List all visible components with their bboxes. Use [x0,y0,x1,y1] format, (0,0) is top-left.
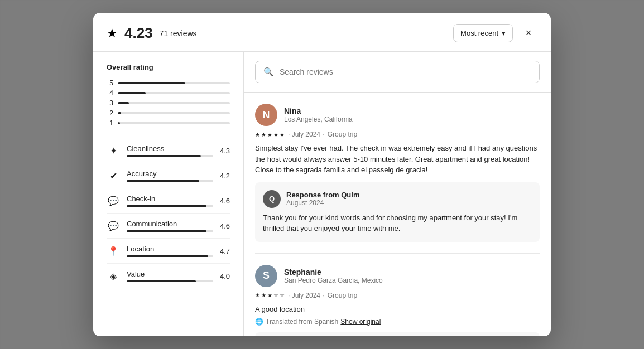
category-item-accuracy: ✔ Accuracy 4.2 [107,163,230,188]
search-icon: 🔍 [263,67,274,77]
category-item-location: 📍 Location 4.7 [107,239,230,264]
modal-body: Overall rating 5 4 3 2 1 [93,52,551,336]
category-info: Accuracy [127,169,213,182]
star-bar-label: 5 [107,79,113,87]
star-bar-fill [118,122,120,124]
star-bar-row: 2 [107,109,230,117]
review-item: S Stephanie San Pedro Garza García, Mexi… [255,254,540,337]
reviewer-name: Stephanie [284,268,383,277]
category-icon: ✔ [107,169,120,182]
review-star: ★ [255,292,260,298]
review-star: ★ [273,132,278,138]
category-bar-track [127,230,213,232]
review-star: ★ [261,132,266,138]
host-response-meta: Response from Quim August 2024 [286,191,359,207]
review-trip-type: Group trip [328,130,357,138]
review-star: ☆ [280,292,285,298]
category-name: Check-in [127,195,213,203]
reviewer-name: Nina [284,106,353,115]
host-response: Q Response from Quim August 2024 Muchas … [255,332,540,336]
reviewer-avatar: S [255,265,277,287]
host-avatar: Q [263,190,281,208]
sort-dropdown[interactable]: Most recent ▾ [453,24,513,42]
overall-rating-title: Overall rating [107,63,230,71]
category-info: Check-in [127,195,213,207]
category-info: Value [127,270,213,282]
close-icon: × [526,27,532,39]
category-item-cleanliness: ✦ Cleanliness 4.3 [107,138,230,163]
category-bar-track [127,155,213,157]
star-icon: ★ [107,26,118,41]
category-item-value: ◈ Value 4.0 [107,264,230,288]
show-original-link[interactable]: Show original [340,318,381,326]
category-bar-fill [127,280,196,282]
modal-header: ★ 4.23 71 reviews Most recent ▾ × [93,13,551,52]
category-icon: ◈ [107,269,120,283]
review-meta: ★★★☆☆ · July 2024 · Group trip [255,292,540,299]
star-bar-track [118,92,230,94]
category-icon: 💬 [107,194,120,207]
search-bar: 🔍 [255,61,540,83]
category-name: Location [127,245,213,253]
reviewer-avatar: N [255,104,277,126]
review-star: ★ [267,292,272,298]
review-star: ★ [255,132,260,138]
category-bar-track [127,280,213,282]
reviewer-location: San Pedro Garza García, Mexico [284,277,383,284]
chevron-down-icon: ▾ [502,29,506,37]
star-bar-row: 3 [107,99,230,107]
star-bar-fill [118,82,185,84]
search-bar-wrap: 🔍 [244,52,551,93]
star-bar-track [118,122,230,124]
host-response-date: August 2024 [286,199,359,207]
reviewer-meta: Stephanie San Pedro Garza García, Mexico [284,268,383,284]
star-bar-track [118,102,230,104]
category-info: Location [127,245,213,257]
categories-container: ✦ Cleanliness 4.3 ✔ Accuracy 4.2 💬 Check… [107,138,230,288]
close-button[interactable]: × [520,25,537,42]
category-bar-track [127,180,213,182]
star-bars: 5 4 3 2 1 [107,79,230,127]
sort-label: Most recent [460,29,498,37]
review-date: · July 2024 · [288,292,324,299]
category-icon: 📍 [107,244,120,258]
category-name: Value [127,270,213,278]
review-text: A good location [255,304,540,315]
category-name: Cleanliness [127,144,213,153]
category-item-communication: 💬 Communication 4.6 [107,214,230,239]
category-score: 4.7 [220,247,230,255]
host-response-name: Response from Quim [286,191,359,199]
star-bar-label: 2 [107,109,113,117]
category-bar-track [127,255,213,257]
star-bar-label: 4 [107,89,113,97]
search-input[interactable] [280,67,531,76]
reviews-count: 71 reviews [160,29,197,38]
review-stars: ★★★☆☆ [255,292,285,298]
star-bar-fill [118,102,129,104]
category-bar-fill [127,155,201,157]
review-trip-type: Group trip [328,292,357,299]
review-meta: ★★★★★ · July 2024 · Group trip [255,130,540,138]
left-panel: Overall rating 5 4 3 2 1 [93,52,244,336]
category-score: 4.0 [220,272,230,280]
category-bar-fill [127,205,206,207]
category-bar-fill [127,255,208,257]
review-star: ★ [267,132,272,138]
review-text: Simplest stay I've ever had. The check i… [255,143,540,176]
star-bar-label: 1 [107,119,113,127]
category-info: Cleanliness [127,144,213,157]
category-info: Communication [127,220,213,232]
star-bar-fill [118,112,121,114]
review-star: ★ [261,292,266,298]
reviewer-header: S Stephanie San Pedro Garza García, Mexi… [255,265,540,287]
star-bar-fill [118,92,146,94]
host-response: Q Response from Quim August 2024 Thank y… [255,182,540,242]
category-score: 4.2 [220,172,230,180]
reviewer-header: N Nina Los Angeles, California [255,104,540,126]
star-bar-label: 3 [107,99,113,107]
star-bar-row: 5 [107,79,230,87]
translate-icon: 🌐 [255,318,263,326]
review-date: · July 2024 · [288,130,324,138]
category-name: Communication [127,220,213,228]
category-name: Accuracy [127,169,213,178]
